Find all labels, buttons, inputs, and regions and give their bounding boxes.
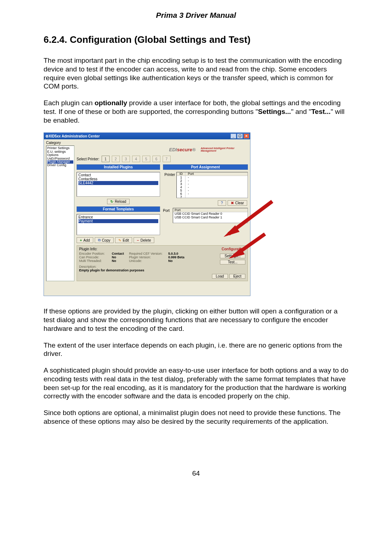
format-templates-header: Format Templates bbox=[77, 206, 160, 212]
settings-button[interactable]: Settings... bbox=[220, 254, 245, 258]
question-icon: ? bbox=[221, 201, 223, 205]
brand-logo: EDIsecure® bbox=[138, 147, 197, 152]
can-precode-val: No bbox=[112, 255, 116, 259]
printer-tab-3[interactable]: 3 bbox=[122, 156, 130, 162]
description-value: Empty plugin for demonstration purposes bbox=[79, 268, 245, 272]
port-select-box[interactable]: Port USB CCID Smart Card Reader 0 USB CC… bbox=[173, 208, 248, 223]
edit-icon: ✎ bbox=[118, 238, 121, 242]
brand-tagline: Advanced Intelligent Printer Management bbox=[201, 147, 248, 152]
category-label: Category bbox=[44, 139, 250, 145]
port-header: Port bbox=[185, 172, 248, 176]
paragraph-6: Since both options are optional, a minim… bbox=[44, 409, 348, 426]
manual-title: Prima 3 Driver Manual bbox=[44, 11, 348, 20]
select-printer-label: Select Printer: bbox=[77, 157, 99, 161]
plugin-info-title: Plugin Info: bbox=[79, 247, 245, 251]
port-assignment-header: Port Assignment bbox=[163, 164, 248, 170]
plugin-version-val: 0.999 Beta bbox=[168, 255, 185, 259]
clear-label: Clear bbox=[235, 201, 244, 205]
printer-tab-6[interactable]: 6 bbox=[152, 156, 160, 162]
configuration-label: Configuration bbox=[221, 247, 245, 251]
printer-column-label: Printer bbox=[163, 172, 176, 198]
installed-plugins-header: Installed Plugins bbox=[77, 164, 160, 170]
delete-label: Delete bbox=[140, 238, 151, 242]
paragraph-1: The most important part in the chip enco… bbox=[44, 56, 348, 91]
brand-row: EDIsecure® Advanced Intelligent Printer … bbox=[77, 145, 248, 153]
description-label: Description: bbox=[79, 265, 245, 268]
minimize-button[interactable]: _ bbox=[230, 134, 236, 139]
x-icon: ✖ bbox=[231, 201, 234, 205]
add-label: Add bbox=[83, 238, 90, 242]
copy-label: Copy bbox=[102, 238, 110, 242]
plugin-version-key: Plugin Version: bbox=[129, 255, 166, 259]
req-cef-key: Required CEF Version: bbox=[129, 252, 166, 255]
format-templates-list[interactable]: Entrance Payment bbox=[77, 214, 160, 235]
template-item-entrance[interactable]: Entrance bbox=[78, 215, 158, 219]
port-label: Port bbox=[163, 208, 171, 213]
eject-button[interactable]: Eject bbox=[229, 274, 245, 279]
page-number: 64 bbox=[44, 469, 348, 477]
printer-tab-7[interactable]: 7 bbox=[163, 156, 171, 162]
p2-mid2: " and " bbox=[291, 108, 311, 115]
test-button[interactable]: Test... bbox=[220, 260, 245, 264]
paragraph-2: Each plugin can optionally provide a use… bbox=[44, 99, 348, 124]
p2-pre: Each plugin can bbox=[44, 99, 95, 107]
add-button[interactable]: +Add bbox=[77, 237, 93, 243]
brand-prefix: EDI bbox=[169, 147, 177, 152]
maximize-button[interactable]: ☐ bbox=[237, 134, 243, 139]
port-val-5: - bbox=[185, 186, 248, 189]
edit-button[interactable]: ✎Edit bbox=[115, 237, 132, 243]
edit-label: Edit bbox=[123, 238, 129, 242]
sidebar-item-driver-config[interactable]: Driver Config bbox=[47, 164, 73, 167]
template-item-payment[interactable]: Payment bbox=[78, 219, 158, 223]
copy-button[interactable]: ⧉Copy bbox=[95, 237, 114, 243]
p2-bold-optionally: optionally bbox=[95, 99, 127, 107]
multi-threaded-key: Multi Threaded: bbox=[79, 259, 109, 263]
reload-button[interactable]: ↻ Reload bbox=[107, 199, 130, 204]
printer-tab-1[interactable]: 1 bbox=[102, 156, 110, 162]
paragraph-4: The extent of the user interface depends… bbox=[44, 341, 348, 358]
clear-button[interactable]: ✖Clear bbox=[228, 200, 247, 206]
port-row-1[interactable]: USB CCID Smart Card Reader 1 bbox=[173, 216, 248, 219]
question-button[interactable]: ? bbox=[218, 200, 226, 206]
plugin-item-sle4442[interactable]: SLE4442 bbox=[78, 181, 158, 185]
printer-tab-5[interactable]: 5 bbox=[142, 156, 150, 162]
port-id-7: 7 bbox=[177, 196, 185, 199]
req-cef-val: 5.0.3.0 bbox=[168, 252, 179, 255]
section-heading: 6.2.4. Configuration (Global Settings an… bbox=[44, 34, 348, 45]
encoder-position-val: Contact bbox=[112, 252, 124, 255]
unicode-val: No bbox=[168, 259, 173, 263]
plugin-item-contact[interactable]: Contact bbox=[78, 173, 158, 177]
plugin-item-contactless[interactable]: Contactless bbox=[78, 177, 158, 181]
window-titlebar: ⚙ XID5xx Administration Center _ ☐ ✕ bbox=[44, 133, 250, 139]
port-val-7: - bbox=[185, 192, 248, 196]
p2-bold-test: Test... bbox=[311, 108, 331, 115]
paragraph-5: A sophisticated plugin should provide an… bbox=[44, 366, 348, 401]
can-precode-key: Can Precode: bbox=[79, 255, 109, 259]
port-val-4: - bbox=[185, 182, 248, 186]
copy-icon: ⧉ bbox=[98, 238, 101, 242]
gear-icon: ⚙ bbox=[45, 134, 49, 138]
unicode-key: Unicode: bbox=[129, 259, 166, 263]
load-button[interactable]: Load bbox=[212, 274, 228, 279]
reload-icon: ↻ bbox=[110, 200, 113, 204]
encoder-position-key: Encoder Position: bbox=[79, 252, 109, 255]
category-sidebar[interactable]: Printer Settings E.U. settings Options U… bbox=[46, 145, 74, 281]
port-val-2: - bbox=[185, 176, 248, 179]
admin-center-window: ⚙ XID5xx Administration Center _ ☐ ✕ Cat… bbox=[44, 132, 250, 296]
printer-tab-2[interactable]: 2 bbox=[112, 156, 120, 162]
installed-plugins-list[interactable]: Contact Contactless SLE4442 bbox=[77, 172, 160, 197]
port-grid[interactable]: ID 1 2 3 4 5 6 7 bbox=[176, 172, 248, 198]
printer-select-row: Select Printer: 1 2 3 4 5 6 7 bbox=[77, 156, 248, 162]
minus-icon: − bbox=[137, 238, 139, 242]
close-button[interactable]: ✕ bbox=[244, 134, 249, 139]
printer-tab-4[interactable]: 4 bbox=[132, 156, 140, 162]
plugin-info-panel: Plugin Info: Configuration Encoder Posit… bbox=[77, 245, 248, 281]
window-title: XID5xx Administration Center bbox=[49, 134, 230, 138]
delete-button[interactable]: −Delete bbox=[134, 237, 154, 243]
port-val-3: - bbox=[185, 179, 248, 182]
reload-label: Reload bbox=[115, 200, 126, 204]
paragraph-3: If these options are provided by the plu… bbox=[44, 307, 348, 333]
p2-bold-settings: Settings... bbox=[258, 108, 291, 115]
brand-suffix: secure bbox=[177, 147, 192, 152]
multi-threaded-val: No bbox=[112, 259, 116, 263]
